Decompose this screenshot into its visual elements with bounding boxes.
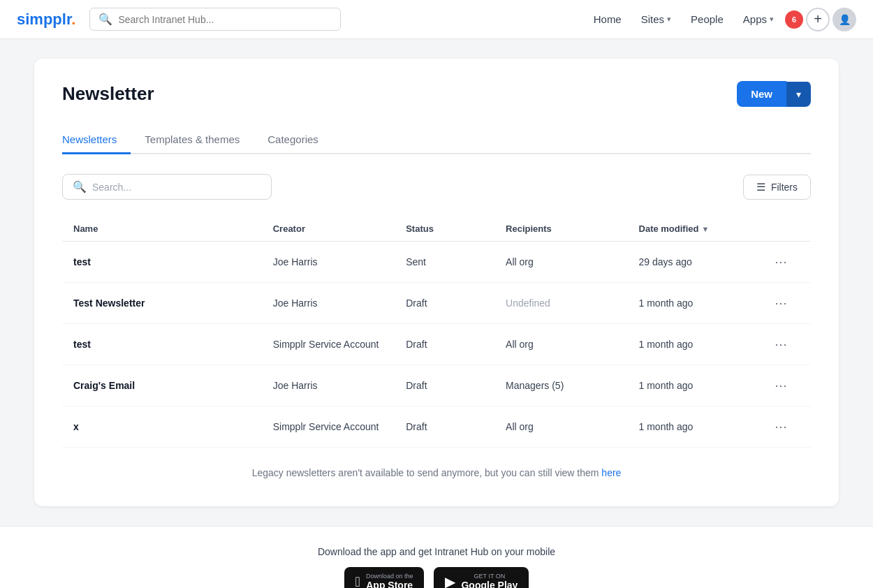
footer-apps:  Download on the App Store ▶ GET IT ON … [17, 567, 856, 588]
apple-icon:  [355, 574, 360, 589]
cell-recipients: Undefined [506, 297, 638, 309]
cell-name: test [73, 256, 273, 267]
chevron-down-icon: ▾ [796, 89, 801, 100]
cell-actions: ⋯ [772, 251, 800, 272]
col-date-modified[interactable]: Date modified ▼ [639, 223, 772, 234]
cell-creator: Joe Harris [273, 256, 406, 267]
google-play-icon: ▶ [445, 573, 455, 588]
navbar: simpplr. 🔍 Home Sites ▾ People Apps ▾ 6 … [0, 0, 873, 39]
cell-creator: Joe Harris [273, 380, 406, 391]
cell-date: 1 month ago [639, 297, 772, 309]
list-search-input[interactable] [92, 182, 261, 193]
tabs: Newsletters Templates & themes Categorie… [62, 126, 811, 154]
col-creator: Creator [273, 223, 406, 234]
cell-actions: ⋯ [772, 375, 800, 396]
avatar[interactable]: 👤 [832, 8, 856, 31]
new-button-dropdown[interactable]: ▾ [786, 82, 811, 107]
more-options-button[interactable]: ⋯ [772, 375, 790, 396]
new-button-group: New ▾ [737, 81, 811, 107]
sort-icon: ▼ [701, 225, 709, 233]
logo-text: simpplr. [17, 10, 75, 29]
cell-status: Draft [406, 297, 506, 309]
nav-home[interactable]: Home [585, 9, 630, 29]
tab-newsletters[interactable]: Newsletters [62, 126, 131, 154]
cell-creator: Simpplr Service Account [273, 339, 406, 350]
search-input[interactable] [118, 14, 332, 25]
tab-categories[interactable]: Categories [254, 126, 332, 154]
chevron-down-icon: ▾ [770, 15, 774, 24]
cell-creator: Joe Harris [273, 297, 406, 309]
cell-status: Draft [406, 421, 506, 432]
nav-links: Home Sites ▾ People Apps ▾ 6 + 👤 [585, 8, 856, 31]
nav-apps[interactable]: Apps ▾ [735, 9, 782, 29]
app-store-button[interactable]:  Download on the App Store [344, 567, 425, 588]
notification-badge[interactable]: 6 [785, 10, 803, 29]
avatar-initials: 👤 [839, 14, 851, 25]
cell-date: 29 days ago [639, 256, 772, 267]
filters-button[interactable]: ☰ Filters [743, 175, 811, 200]
cell-status: Draft [406, 339, 506, 350]
more-options-button[interactable]: ⋯ [772, 334, 790, 355]
cell-date: 1 month ago [639, 380, 772, 391]
toolbar: 🔍 ☰ Filters [62, 174, 811, 200]
cell-recipients: Managers (5) [506, 380, 638, 391]
cell-recipients: All org [506, 421, 638, 432]
legacy-link[interactable]: here [601, 467, 621, 478]
cell-actions: ⋯ [772, 334, 800, 355]
cell-creator: Simpplr Service Account [273, 421, 406, 432]
cell-actions: ⋯ [772, 293, 800, 314]
cell-recipients: All org [506, 339, 638, 350]
more-options-button[interactable]: ⋯ [772, 251, 790, 272]
add-button[interactable]: + [806, 8, 830, 31]
table-row[interactable]: test Joe Harris Sent All org 29 days ago… [62, 242, 811, 283]
newsletter-card: Newsletter New ▾ Newsletters Templates &… [34, 59, 839, 506]
table-row[interactable]: Craig's Email Joe Harris Draft Managers … [62, 365, 811, 406]
col-recipients: Recipients [506, 223, 638, 234]
col-name: Name [73, 223, 273, 234]
cell-actions: ⋯ [772, 416, 800, 437]
page-header: Newsletter New ▾ [62, 81, 811, 107]
main-content: Newsletter New ▾ Newsletters Templates &… [17, 59, 856, 506]
cell-recipients: All org [506, 256, 638, 267]
footer-download-title: Download the app and get Intranet Hub on… [17, 546, 856, 557]
cell-date: 1 month ago [639, 421, 772, 432]
table-header: Name Creator Status Recipients Date modi… [62, 216, 811, 242]
chevron-down-icon: ▾ [667, 15, 671, 24]
cell-name: test [73, 339, 273, 350]
plus-icon: + [814, 11, 822, 27]
col-actions [772, 223, 800, 234]
new-button[interactable]: New [737, 81, 786, 107]
footer: Download the app and get Intranet Hub on… [0, 526, 873, 588]
cell-date: 1 month ago [639, 339, 772, 350]
page-title: Newsletter [62, 83, 154, 105]
cell-status: Sent [406, 256, 506, 267]
table-row[interactable]: x Simpplr Service Account Draft All org … [62, 406, 811, 448]
nav-sites[interactable]: Sites ▾ [633, 9, 680, 29]
cell-status: Draft [406, 380, 506, 391]
filter-icon: ☰ [756, 181, 765, 193]
legacy-note: Legacy newsletters aren't available to s… [62, 467, 811, 478]
tab-templates-themes[interactable]: Templates & themes [131, 126, 254, 154]
global-search[interactable]: 🔍 [89, 8, 341, 31]
cell-name: Test Newsletter [73, 297, 273, 309]
more-options-button[interactable]: ⋯ [772, 416, 790, 437]
cell-name: Craig's Email [73, 380, 273, 391]
search-icon: 🔍 [73, 180, 87, 193]
col-status: Status [406, 223, 506, 234]
more-options-button[interactable]: ⋯ [772, 293, 790, 314]
google-play-button[interactable]: ▶ GET IT ON Google Play [434, 567, 529, 588]
table-row[interactable]: test Simpplr Service Account Draft All o… [62, 324, 811, 365]
nav-people[interactable]: People [682, 9, 732, 29]
list-search[interactable]: 🔍 [62, 174, 272, 200]
search-icon: 🔍 [98, 13, 112, 26]
logo[interactable]: simpplr. [17, 10, 75, 29]
table-body: test Joe Harris Sent All org 29 days ago… [62, 242, 811, 448]
cell-name: x [73, 421, 273, 432]
table-row[interactable]: Test Newsletter Joe Harris Draft Undefin… [62, 283, 811, 324]
